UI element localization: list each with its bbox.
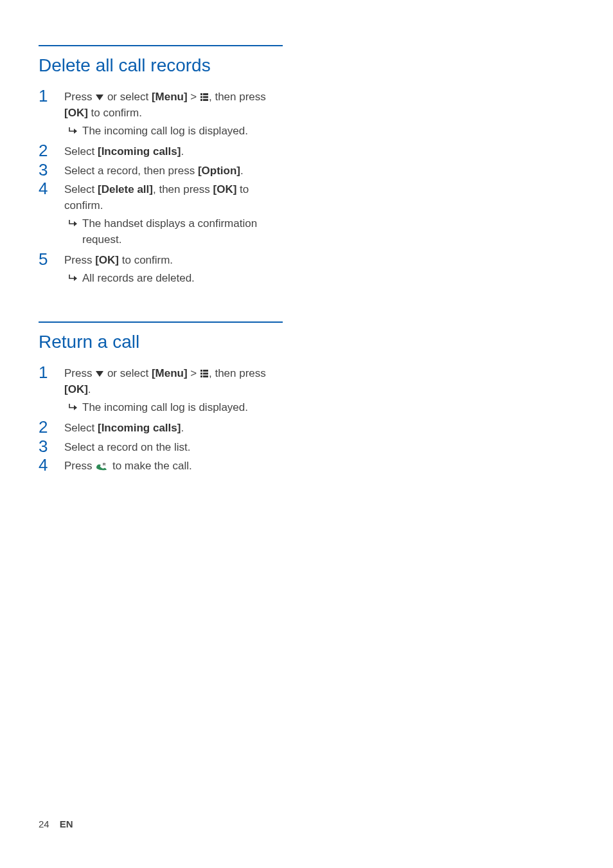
result-text: The incoming call log is displayed.: [82, 400, 283, 416]
ok-label: [OK]: [64, 383, 88, 395]
heading-delete-all-call-records: Delete all call records: [39, 45, 283, 76]
step-number: 5: [39, 251, 64, 267]
step-number: 1: [39, 87, 64, 104]
menu-label: [Menu]: [152, 91, 188, 103]
delete-all-label: [Delete all]: [98, 183, 153, 195]
text: Select: [64, 422, 98, 434]
svg-rect-0: [200, 93, 202, 95]
text: Press: [64, 254, 95, 266]
step-2: 2 Select [Incoming calls].: [39, 419, 283, 437]
result: The incoming call log is displayed.: [64, 400, 283, 416]
step-body: Select a record on the list.: [64, 438, 283, 456]
step-number: 4: [39, 457, 64, 473]
step-body: Press or select [Menu] > , then press [O…: [64, 87, 283, 141]
step-3: 3 Select a record, then press [Option].: [39, 161, 283, 179]
step-number: 2: [39, 142, 64, 159]
text: to confirm.: [119, 254, 173, 266]
text: Press: [64, 367, 95, 379]
text: .: [88, 383, 91, 395]
step-number: 3: [39, 161, 64, 178]
call-log-icon: [200, 93, 209, 102]
text: Select a record, then press: [64, 165, 198, 177]
svg-rect-8: [200, 373, 202, 375]
svg-rect-3: [203, 96, 208, 98]
text: Select: [64, 183, 98, 195]
svg-text:R: R: [103, 462, 106, 466]
language-code: EN: [60, 818, 73, 829]
text: to confirm.: [88, 107, 142, 119]
result: All records are deleted.: [64, 271, 283, 287]
page-number: 24: [39, 818, 49, 829]
svg-rect-4: [200, 99, 202, 101]
step-1: 1 Press or select [Menu] > , then press …: [39, 87, 283, 141]
text: or select: [104, 91, 152, 103]
result: The handset displays a confirmation requ…: [64, 216, 283, 248]
text: to make the call.: [109, 460, 192, 472]
menu-label: [Menu]: [152, 367, 188, 379]
step-5: 5 Press [OK] to confirm. All records are…: [39, 251, 283, 288]
text: >: [188, 91, 200, 103]
down-arrow-icon: [96, 95, 103, 100]
svg-rect-2: [200, 96, 202, 98]
result-arrow-icon: [64, 400, 82, 411]
down-arrow-icon: [96, 371, 103, 377]
text: .: [181, 145, 184, 158]
option-label: [Option]: [198, 165, 240, 177]
text: Select a record on the list.: [64, 441, 191, 453]
result-text: The incoming call log is displayed.: [82, 123, 283, 140]
call-log-icon: [200, 369, 209, 378]
incoming-calls-label: [Incoming calls]: [98, 422, 181, 434]
call-key-icon: R: [95, 462, 109, 471]
text: >: [188, 367, 200, 379]
text: Press: [64, 91, 95, 103]
step-body: Press or select [Menu] > , then press [O…: [64, 364, 283, 417]
page-content: Delete all call records 1 Press or selec…: [0, 0, 613, 502]
step-body: Select [Incoming calls].: [64, 419, 283, 437]
step-1: 1 Press or select [Menu] > , then press …: [39, 364, 283, 417]
step-number: 2: [39, 419, 64, 435]
text: , then press: [209, 367, 266, 379]
incoming-calls-label: [Incoming calls]: [98, 145, 181, 158]
step-body: Select [Incoming calls].: [64, 142, 283, 160]
step-list-delete: 1 Press or select [Menu] > , then press …: [39, 87, 283, 288]
ok-label: [OK]: [95, 254, 119, 266]
step-number: 4: [39, 180, 64, 197]
page-footer: 24 EN: [39, 818, 73, 829]
result-arrow-icon: [64, 216, 82, 228]
left-column: Delete all call records 1 Press or selec…: [39, 45, 283, 475]
text: .: [240, 165, 244, 177]
text: .: [181, 422, 184, 434]
ok-label: [OK]: [64, 107, 88, 119]
step-list-return: 1 Press or select [Menu] > , then press …: [39, 364, 283, 475]
step-number: 1: [39, 364, 64, 381]
text: , then press: [209, 91, 266, 103]
step-4: 4 Select [Delete all], then press [OK] t…: [39, 180, 283, 249]
step-2: 2 Select [Incoming calls].: [39, 142, 283, 160]
text: , then press: [153, 183, 213, 195]
result: The incoming call log is displayed.: [64, 123, 283, 140]
ok-label: [OK]: [213, 183, 237, 195]
step-body: Select [Delete all], then press [OK] to …: [64, 180, 283, 249]
heading-return-a-call: Return a call: [39, 321, 283, 352]
svg-rect-6: [200, 370, 202, 372]
result-arrow-icon: [64, 123, 82, 135]
text: or select: [104, 367, 152, 379]
svg-rect-9: [203, 373, 208, 375]
step-body: Press R to make the call.: [64, 457, 283, 475]
result-arrow-icon: [64, 271, 82, 282]
step-body: Press [OK] to confirm. All records are d…: [64, 251, 283, 288]
svg-rect-1: [203, 93, 208, 95]
svg-rect-5: [203, 99, 208, 101]
text: Select: [64, 145, 98, 158]
step-body: Select a record, then press [Option].: [64, 161, 283, 179]
step-number: 3: [39, 438, 64, 455]
text: Press: [64, 460, 95, 472]
step-3: 3 Select a record on the list.: [39, 438, 283, 456]
svg-rect-7: [203, 370, 208, 372]
result-text: All records are deleted.: [82, 271, 283, 287]
svg-rect-10: [200, 375, 202, 377]
svg-rect-11: [203, 375, 208, 377]
step-4: 4 Press R to make the call.: [39, 457, 283, 475]
result-text: The handset displays a confirmation requ…: [82, 216, 283, 248]
